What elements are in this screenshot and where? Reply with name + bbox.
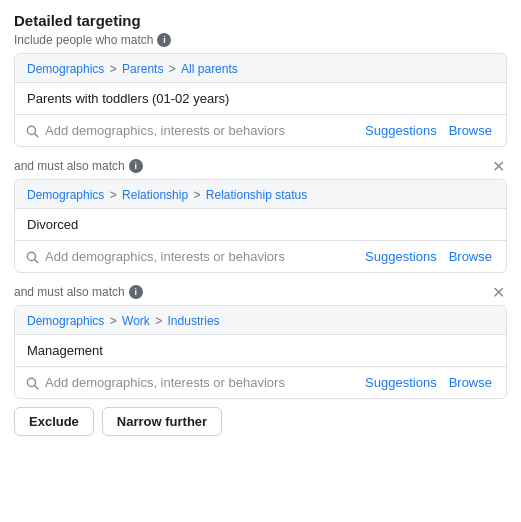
breadcrumb-bar-3: Demographics > Work > Industries <box>15 306 506 335</box>
breadcrumb-sep-1a: > <box>110 62 120 76</box>
breadcrumb-bar-1: Demographics > Parents > All parents <box>15 54 506 83</box>
breadcrumb-link-allparents[interactable]: All parents <box>181 62 238 76</box>
include-label: Include people who match i <box>14 33 507 47</box>
and-match-row-3: and must also match i ✕ <box>14 281 507 305</box>
breadcrumb-sep-2b: > <box>193 188 203 202</box>
include-label-text: Include people who match <box>14 33 153 47</box>
and-match-label-2: and must also match i <box>14 159 143 173</box>
selected-value-2: Divorced <box>15 209 506 240</box>
breadcrumb-bar-2: Demographics > Relationship > Relationsh… <box>15 180 506 209</box>
breadcrumb-sep-2a: > <box>110 188 120 202</box>
targeting-box-1: Demographics > Parents > All parents Par… <box>14 53 507 147</box>
bottom-buttons: Exclude Narrow further <box>14 407 507 436</box>
svg-line-3 <box>35 259 38 262</box>
browse-btn-3[interactable]: Browse <box>445 373 496 392</box>
suggestions-btn-2[interactable]: Suggestions <box>361 247 441 266</box>
and-match-info-icon-3[interactable]: i <box>129 285 143 299</box>
search-icon-3 <box>25 376 39 390</box>
search-actions-1: Suggestions Browse <box>361 121 496 140</box>
and-match-text-3: and must also match <box>14 285 125 299</box>
suggestions-btn-3[interactable]: Suggestions <box>361 373 441 392</box>
browse-btn-1[interactable]: Browse <box>445 121 496 140</box>
close-box-2[interactable]: ✕ <box>490 159 507 175</box>
breadcrumb-link-relstatus[interactable]: Relationship status <box>206 188 307 202</box>
search-icon-1 <box>25 124 39 138</box>
breadcrumb-link-parents[interactable]: Parents <box>122 62 163 76</box>
narrow-further-button[interactable]: Narrow further <box>102 407 222 436</box>
selected-value-3: Management <box>15 335 506 366</box>
targeting-box-2: Demographics > Relationship > Relationsh… <box>14 179 507 273</box>
breadcrumb-link-demographics-3[interactable]: Demographics <box>27 314 104 328</box>
exclude-button[interactable]: Exclude <box>14 407 94 436</box>
breadcrumb-link-industries[interactable]: Industries <box>168 314 220 328</box>
breadcrumb-link-demographics-1[interactable]: Demographics <box>27 62 104 76</box>
search-icon-2 <box>25 250 39 264</box>
close-box-3[interactable]: ✕ <box>490 285 507 301</box>
search-placeholder-3[interactable]: Add demographics, interests or behaviors <box>45 375 355 390</box>
svg-line-5 <box>35 385 38 388</box>
breadcrumb-link-relationship[interactable]: Relationship <box>122 188 188 202</box>
breadcrumb-link-work[interactable]: Work <box>122 314 150 328</box>
breadcrumb-sep-1b: > <box>169 62 179 76</box>
search-row-1: Add demographics, interests or behaviors… <box>15 114 506 146</box>
and-match-info-icon-2[interactable]: i <box>129 159 143 173</box>
targeting-box-3: Demographics > Work > Industries Managem… <box>14 305 507 399</box>
breadcrumb-sep-3a: > <box>110 314 120 328</box>
search-actions-2: Suggestions Browse <box>361 247 496 266</box>
and-match-text-2: and must also match <box>14 159 125 173</box>
and-match-row-2: and must also match i ✕ <box>14 155 507 179</box>
browse-btn-2[interactable]: Browse <box>445 247 496 266</box>
search-placeholder-1[interactable]: Add demographics, interests or behaviors <box>45 123 355 138</box>
include-info-icon[interactable]: i <box>157 33 171 47</box>
section-title: Detailed targeting <box>14 12 507 29</box>
breadcrumb-link-demographics-2[interactable]: Demographics <box>27 188 104 202</box>
search-placeholder-2[interactable]: Add demographics, interests or behaviors <box>45 249 355 264</box>
search-row-2: Add demographics, interests or behaviors… <box>15 240 506 272</box>
and-match-label-3: and must also match i <box>14 285 143 299</box>
breadcrumb-sep-3b: > <box>155 314 165 328</box>
search-row-3: Add demographics, interests or behaviors… <box>15 366 506 398</box>
svg-line-1 <box>35 133 38 136</box>
search-actions-3: Suggestions Browse <box>361 373 496 392</box>
selected-value-1: Parents with toddlers (01-02 years) <box>15 83 506 114</box>
suggestions-btn-1[interactable]: Suggestions <box>361 121 441 140</box>
